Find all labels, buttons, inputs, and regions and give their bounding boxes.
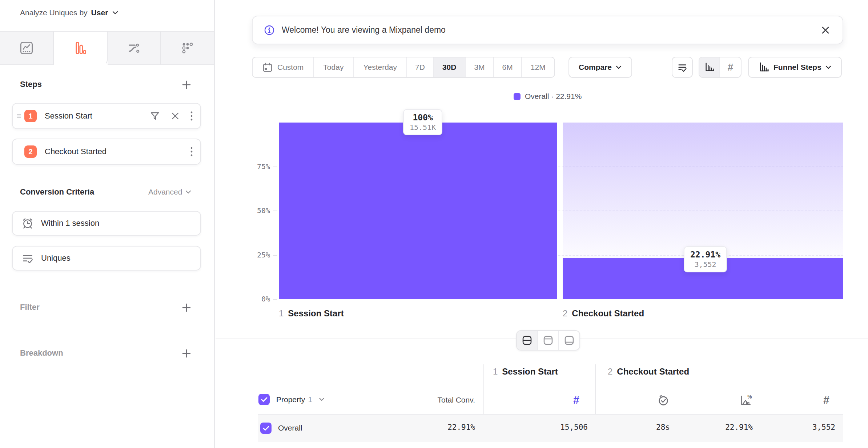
- date-range-label: 7D: [415, 63, 425, 72]
- step-name: Session Start: [288, 308, 343, 319]
- date-range-label: Yesterday: [363, 63, 397, 72]
- checkout-conv-rate: 22.91%: [680, 423, 753, 432]
- date-range-label: Today: [323, 63, 343, 72]
- chart-legend[interactable]: Overall · 22.91%: [514, 92, 582, 101]
- criteria-card-counting[interactable]: Uniques: [12, 246, 201, 271]
- y-axis-tick: 25%: [230, 251, 270, 259]
- property-selector: Property 1: [258, 394, 325, 405]
- step-label[interactable]: Session Start: [45, 111, 149, 121]
- layout-table-button[interactable]: [559, 331, 579, 350]
- compare-button[interactable]: Compare: [568, 57, 632, 78]
- y-axis-tick: 75%: [230, 162, 270, 171]
- calendar-icon: [262, 62, 273, 73]
- date-range-7d[interactable]: 7D: [407, 57, 434, 77]
- funnel-bar-session-start[interactable]: [279, 123, 557, 299]
- date-range-today[interactable]: Today: [314, 57, 354, 77]
- checkout-count: 3,552: [763, 423, 835, 432]
- bar-chart-axis-icon: [704, 62, 715, 73]
- date-range-custom[interactable]: Custom: [253, 57, 314, 77]
- property-label[interactable]: Property: [276, 395, 305, 404]
- flows-icon: [127, 41, 141, 55]
- analyze-value-dropdown[interactable]: User: [91, 8, 108, 17]
- tab-flows[interactable]: [108, 31, 161, 65]
- info-icon: [264, 24, 275, 36]
- step-number-badge: 1: [24, 110, 37, 122]
- add-filter-button[interactable]: [181, 302, 192, 313]
- y-axis-tick: 50%: [230, 206, 270, 215]
- tab-insights[interactable]: [0, 31, 54, 65]
- count-metric-icon[interactable]: #: [573, 394, 579, 406]
- filter-heading: Filter: [20, 303, 40, 312]
- remove-step-icon[interactable]: [170, 111, 180, 121]
- funnel-steps-dropdown[interactable]: Funnel Steps: [748, 57, 842, 78]
- kebab-menu-icon[interactable]: [190, 146, 193, 157]
- add-step-button[interactable]: [181, 79, 192, 91]
- date-range-3m[interactable]: 3M: [466, 57, 494, 77]
- absolute-numbers-toggle[interactable]: #: [720, 57, 741, 77]
- steps-heading: Steps: [20, 80, 42, 89]
- chevron-down-icon[interactable]: [319, 397, 325, 401]
- welcome-banner: Welcome! You are viewing a Mixpanel demo: [252, 16, 843, 44]
- analyze-label: Analyze Uniques by: [20, 8, 88, 17]
- add-breakdown-button[interactable]: [181, 348, 192, 359]
- alarm-clock-icon: [21, 217, 34, 229]
- bar-chart-icon: [73, 41, 87, 55]
- layout-split-button[interactable]: [517, 331, 538, 350]
- hash-icon: #: [728, 61, 734, 73]
- group-name: Session Start: [502, 367, 558, 377]
- svg-text:%: %: [747, 394, 752, 400]
- bar-value-tooltip: 22.91% 3,552: [684, 246, 727, 272]
- avg-time-metric-icon[interactable]: [657, 394, 670, 407]
- tab-retention[interactable]: [161, 31, 214, 65]
- date-range-yesterday[interactable]: Yesterday: [354, 57, 407, 77]
- table-group-checkout-started: 2 Checkout Started: [608, 367, 689, 377]
- grid-dots-icon: [181, 41, 194, 55]
- mixpanel-funnel-page: Analyze Uniques by User: [0, 0, 868, 448]
- sidebar: Analyze Uniques by User: [0, 0, 215, 448]
- count-metric-icon[interactable]: #: [823, 394, 829, 406]
- filter-funnel-icon[interactable]: [149, 111, 160, 121]
- close-icon[interactable]: [821, 25, 830, 35]
- date-range-label: 6M: [502, 63, 513, 72]
- y-axis-tick: 0%: [230, 295, 270, 303]
- date-range-30d[interactable]: 30D: [434, 57, 466, 77]
- date-range-label: 30D: [442, 63, 457, 72]
- list-check-icon: [21, 252, 34, 264]
- funnel-dropoff-checkout-started[interactable]: [563, 123, 843, 258]
- step-label[interactable]: Checkout Started: [45, 147, 190, 156]
- step-index: 2: [563, 308, 567, 319]
- date-range-12m[interactable]: 12M: [522, 57, 554, 77]
- layout-chart-button[interactable]: [538, 331, 559, 350]
- breakdown-heading: Breakdown: [20, 348, 63, 358]
- date-range-6m[interactable]: 6M: [494, 57, 522, 77]
- total-conv-header[interactable]: Total Conv.: [402, 396, 475, 404]
- chevron-down-icon[interactable]: [112, 10, 119, 15]
- conv-rate-metric-icon[interactable]: %: [739, 394, 752, 407]
- line-chart-icon: [20, 41, 33, 55]
- group-index: 2: [608, 367, 612, 377]
- tooltip-count: 15.51K: [410, 123, 436, 132]
- view-dropdown-label: Funnel Steps: [773, 63, 821, 72]
- x-axis-step-label: 2 Checkout Started: [563, 308, 644, 319]
- chart-type-tabbar: [0, 31, 214, 65]
- criteria-label: Uniques: [41, 253, 71, 263]
- criteria-card-window[interactable]: Within 1 session: [12, 211, 201, 236]
- tooltip-percent: 100%: [410, 113, 436, 122]
- percent-bars-toggle[interactable]: [699, 57, 720, 77]
- advanced-dropdown[interactable]: Advanced: [148, 188, 196, 196]
- total-conv-value: 22.91%: [402, 423, 475, 432]
- row-checkbox[interactable]: [260, 423, 272, 434]
- list-check-icon: [677, 62, 688, 73]
- x-axis-step-label: 1 Session Start: [279, 308, 344, 319]
- select-all-checkbox[interactable]: [258, 394, 270, 405]
- tab-funnels[interactable]: [54, 31, 108, 65]
- group-index: 1: [493, 367, 498, 377]
- drag-handle-icon[interactable]: [16, 113, 21, 119]
- uniques-metric-button[interactable]: [672, 57, 693, 78]
- kebab-menu-icon[interactable]: [190, 111, 193, 121]
- step-number-badge: 2: [24, 145, 37, 158]
- step-card-checkout-started[interactable]: 2 Checkout Started: [12, 139, 201, 165]
- value-display-toggle: #: [699, 57, 742, 78]
- analyze-uniques-row: Analyze Uniques by User: [20, 7, 119, 19]
- step-card-session-start[interactable]: 1 Session Start: [12, 103, 201, 129]
